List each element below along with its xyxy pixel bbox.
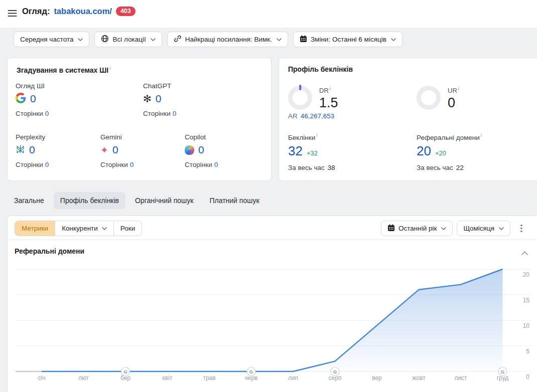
chevron-down-icon — [499, 227, 504, 230]
chart-section-title: Реферальні домени — [15, 247, 84, 255]
page-title: Огляд: tabakoua.com/ 403 — [22, 7, 136, 16]
segment-years[interactable]: Роки — [113, 221, 142, 236]
collapse-chevron-up-icon[interactable] — [521, 248, 528, 257]
svg-text:10: 10 — [523, 322, 530, 329]
svg-text:груд: груд — [497, 374, 509, 381]
pages-count-link[interactable]: 0 — [45, 110, 49, 117]
ai-mention-google-overview: Огляд ШІ 0 Сторінки0 — [16, 82, 49, 117]
chevron-down-icon — [277, 38, 282, 41]
tab-general[interactable]: Загальне — [8, 192, 51, 209]
ai-mention-gemini: Gemini ✦ 0 Сторінки0 — [100, 133, 133, 168]
mention-count-link[interactable]: 0 — [29, 144, 35, 156]
chart-mode-segmented-control: Метрики Конкуренти Роки — [15, 221, 142, 236]
ref-domains-label: Реферальні домениi — [417, 132, 482, 141]
ahrefs-overview-page: Огляд: tabakoua.com/ 403 Середня частота… — [0, 0, 537, 392]
svg-text:20: 20 — [523, 271, 530, 278]
mention-count-link[interactable]: 0 — [112, 144, 118, 156]
link-icon — [174, 35, 182, 44]
tab-organic-search[interactable]: Органічний пошук — [128, 192, 200, 209]
info-icon[interactable]: i — [458, 86, 459, 91]
svg-text:квіт: квіт — [163, 374, 173, 381]
svg-text:G: G — [249, 369, 253, 374]
mention-count-link[interactable]: 0 — [156, 93, 162, 105]
calendar-icon — [300, 35, 307, 44]
status-badge-403: 403 — [116, 7, 136, 16]
ref-domains-block: Реферальні домениi 20 +20 За весь час22 — [417, 132, 482, 171]
backlink-profile-title: Профіль беклінків — [288, 65, 353, 73]
frequency-filter-button[interactable]: Середня частота — [14, 32, 89, 47]
more-options-kebab-icon[interactable] — [516, 222, 526, 236]
ai-mentions-title: Згадування в системах ШІi — [17, 65, 110, 74]
svg-text:G: G — [333, 369, 337, 374]
perplexity-icon — [16, 144, 25, 156]
pages-count-link[interactable]: 0 — [45, 161, 49, 168]
dr-label: DRi — [319, 86, 338, 94]
ur-value: 0 — [448, 95, 459, 111]
svg-text:15: 15 — [523, 297, 530, 304]
gemini-icon: ✦ — [100, 145, 108, 155]
ahrefs-rank-row: AR46,267,653 — [288, 112, 334, 120]
backlinks-alltime: За весь час38 — [288, 164, 335, 171]
hamburger-menu-icon[interactable] — [7, 8, 18, 19]
ai-mention-perplexity: Perplexity 0 Сторінки0 — [16, 133, 49, 168]
ur-label: URi — [448, 86, 459, 94]
referring-domains-chart[interactable]: GGGG 05101520січлютберквіттравчервлипсер… — [8, 261, 537, 392]
info-icon[interactable]: i — [330, 86, 331, 91]
calendar-icon — [387, 224, 395, 233]
ai-mentions-card: Згадування в системах ШІi Огляд ШІ 0 Сто… — [7, 58, 272, 181]
segment-competitors[interactable]: Конкуренти — [55, 221, 113, 236]
pages-count-link[interactable]: 0 — [173, 110, 177, 117]
pages-count-link[interactable]: 0 — [130, 161, 134, 168]
dr-gauge-tick — [299, 85, 301, 90]
period-dropdown-button[interactable]: Останній рік — [381, 221, 453, 236]
filter-bar: Середня частота Всі локації Найкращі пос… — [14, 32, 402, 47]
mention-count-link[interactable]: 0 — [198, 144, 204, 156]
svg-text:лип: лип — [288, 374, 298, 381]
title-prefix: Огляд: — [22, 7, 50, 16]
google-icon — [16, 93, 26, 105]
chevron-down-icon — [391, 38, 396, 41]
chart-controls-row: Метрики Конкуренти Роки Останній рік Щом… — [8, 216, 537, 240]
copilot-icon — [185, 145, 194, 155]
info-icon[interactable]: i — [481, 132, 482, 138]
pages-count-link[interactable]: 0 — [214, 161, 218, 168]
chatgpt-icon: ✻ — [143, 94, 152, 104]
ref-domains-delta: +20 — [435, 149, 446, 157]
chevron-down-icon — [151, 38, 156, 41]
domain-link[interactable]: tabakoua.com/ — [54, 7, 112, 16]
tab-backlink-profile[interactable]: Профіль беклінків — [54, 192, 125, 209]
info-icon[interactable]: i — [316, 132, 317, 138]
svg-text:5: 5 — [526, 348, 529, 355]
best-links-filter-button[interactable]: Найкращі посилання: Вимк. — [167, 32, 288, 47]
svg-text:0: 0 — [526, 373, 529, 380]
backlinks-block: Беклінкиi 32 +32 За весь час38 — [288, 132, 335, 171]
ai-mention-chatgpt: ChatGPT ✻ 0 Сторінки0 — [143, 82, 176, 117]
tab-paid-search[interactable]: Платний пошук — [203, 192, 265, 209]
changes-period-filter-button[interactable]: Зміни: Останні 6 місяців — [293, 32, 402, 47]
svg-text:лют: лют — [78, 374, 89, 381]
globe-icon — [101, 35, 109, 44]
svg-text:серп: серп — [329, 374, 342, 381]
chevron-down-icon — [441, 227, 446, 230]
backlinks-count-link[interactable]: 32 — [288, 143, 303, 159]
dr-value: 1.5 — [319, 95, 338, 111]
svg-text:жовт: жовт — [412, 374, 426, 381]
svg-text:бер: бер — [120, 374, 130, 381]
mention-count-link[interactable]: 0 — [30, 93, 36, 105]
backlink-profile-card: Профіль беклінків DRi 1.5 URi 0 AR46,267… — [279, 58, 537, 181]
chevron-down-icon — [78, 38, 83, 41]
svg-text:вер: вер — [372, 374, 382, 381]
backlinks-label: Беклінкиi — [288, 132, 335, 141]
backlinks-delta: +32 — [307, 149, 318, 157]
locations-filter-button[interactable]: Всі локації — [94, 32, 162, 47]
granularity-dropdown-button[interactable]: Щомісяця — [457, 221, 510, 236]
svg-text:G: G — [123, 369, 127, 374]
svg-text:трав: трав — [203, 374, 215, 381]
ref-domains-alltime: За весь час22 — [417, 164, 482, 171]
segment-metrics[interactable]: Метрики — [15, 221, 55, 236]
info-icon[interactable]: i — [109, 65, 110, 71]
ref-domains-count-link[interactable]: 20 — [417, 143, 431, 159]
ahrefs-rank-link[interactable]: 46,267,653 — [301, 112, 335, 120]
dr-gauge — [288, 86, 312, 110]
svg-text:черв: черв — [245, 374, 258, 381]
